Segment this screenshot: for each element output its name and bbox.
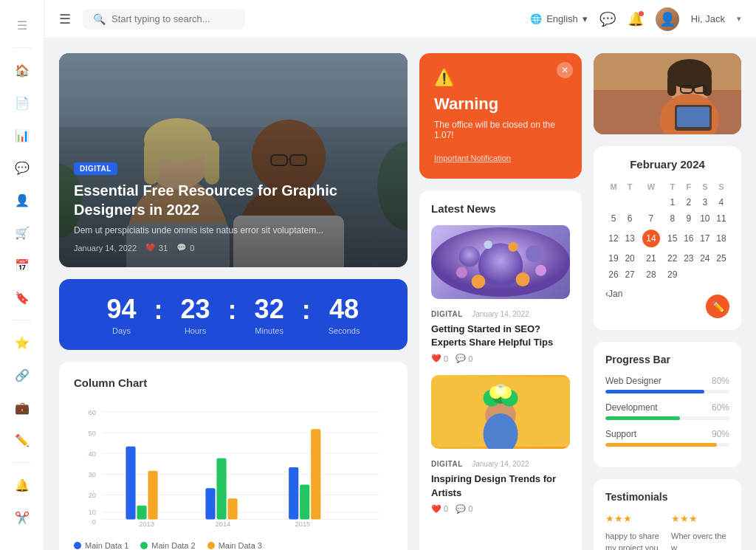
- calendar-day[interactable]: 21: [638, 250, 664, 267]
- countdown-minutes-value: 32: [255, 294, 284, 325]
- calendar-day[interactable]: 7: [638, 210, 664, 227]
- calendar-day[interactable]: 17: [697, 227, 713, 250]
- language-selector[interactable]: 🌐 English ▾: [530, 13, 588, 24]
- warning-link[interactable]: Important Notification: [434, 154, 511, 162]
- right-column: February 2024 M T W T F S S: [594, 53, 741, 550]
- news-2-visual: [431, 375, 570, 449]
- calendar-edit-button[interactable]: ✏️: [706, 295, 729, 318]
- calendar-day[interactable]: [622, 194, 638, 210]
- progress-bar-bg-1: [605, 390, 729, 393]
- comment-icon: 💬: [176, 243, 187, 252]
- calendar-day[interactable]: 2: [681, 194, 697, 210]
- calendar-day[interactable]: 26: [605, 267, 622, 283]
- hero-date: January 14, 2022: [74, 244, 137, 252]
- calendar-day[interactable]: 16: [681, 227, 697, 250]
- avatar[interactable]: 👤: [656, 7, 679, 31]
- calendar-day[interactable]: 28: [638, 267, 664, 283]
- calendar-day[interactable]: 27: [622, 267, 638, 283]
- legend-item-3: Main Data 3: [207, 541, 262, 550]
- sidebar-menu-toggle[interactable]: ☰: [9, 12, 35, 38]
- svg-rect-32: [148, 471, 157, 520]
- hero-title: Essential Free Resources for Graphic Des…: [74, 181, 393, 219]
- left-column: DIGITAL Essential Free Resources for Gra…: [59, 53, 408, 550]
- chart-svg: 60 50 40 30 20 10 0: [74, 401, 393, 534]
- sidebar-item-user[interactable]: 👤: [9, 187, 35, 213]
- calendar-day[interactable]: [681, 267, 697, 283]
- sidebar-item-portfolio[interactable]: 💼: [9, 394, 35, 421]
- news-item-2: DIGITAL January 14, 2022 Inspiring Desig…: [431, 375, 570, 513]
- sidebar-item-chat[interactable]: 💬: [9, 154, 35, 181]
- calendar-day[interactable]: 9: [681, 210, 697, 227]
- calendar-day[interactable]: 29: [664, 267, 681, 283]
- news-1-comments: 💬 0: [456, 354, 472, 363]
- warning-card: ✕ ⚠️ Warning The office will be closed o…: [419, 53, 582, 179]
- calendar-day[interactable]: 13: [622, 227, 638, 250]
- cal-day-w: W: [638, 179, 664, 194]
- calendar-day[interactable]: [713, 267, 729, 283]
- news-2-date: January 14, 2022: [472, 460, 529, 468]
- calendar-day[interactable]: 24: [697, 250, 713, 267]
- calendar-day[interactable]: 4: [713, 194, 729, 210]
- search-input[interactable]: [111, 13, 230, 24]
- svg-point-63: [495, 385, 506, 396]
- calendar-day[interactable]: 6: [622, 210, 638, 227]
- svg-point-51: [535, 265, 546, 276]
- sidebar-item-bookmark[interactable]: 🔖: [9, 284, 35, 311]
- calendar-day[interactable]: 23: [681, 250, 697, 267]
- calendar-day[interactable]: 10: [697, 210, 713, 227]
- sidebar-item-calendar[interactable]: 📅: [9, 252, 35, 278]
- countdown-minutes: 32 Minutes: [237, 294, 302, 335]
- sidebar-item-favorites[interactable]: ⭐: [9, 329, 35, 356]
- news-1-likes: ❤️ 0: [431, 354, 448, 363]
- calendar-day[interactable]: [638, 194, 664, 210]
- notifications-button[interactable]: 🔔: [628, 11, 644, 27]
- svg-point-47: [526, 245, 543, 262]
- testimonial-1-stars: ★★★: [605, 512, 664, 526]
- news-section-title: Latest News: [431, 202, 570, 215]
- warning-close-button[interactable]: ✕: [557, 62, 573, 78]
- calendar-day[interactable]: 8: [664, 210, 681, 227]
- calendar-day[interactable]: [605, 194, 622, 210]
- testimonials-card: Testimonials ★★★ happy to share my proje…: [594, 479, 741, 550]
- calendar-day[interactable]: 12: [605, 227, 622, 250]
- news-2-title[interactable]: Inspiring Design Trends for Artists: [431, 472, 570, 499]
- svg-rect-30: [126, 447, 135, 520]
- progress-bar-bg-3: [605, 443, 729, 447]
- chat-button[interactable]: 💬: [599, 11, 616, 27]
- calendar-day[interactable]: 1: [664, 194, 681, 210]
- calendar-day[interactable]: 20: [622, 250, 638, 267]
- news-1-title[interactable]: Getting Started in SEO? Experts Share He…: [431, 323, 570, 349]
- sidebar-item-edit[interactable]: ✏️: [9, 427, 35, 453]
- sidebar-item-links[interactable]: 🔗: [9, 362, 35, 388]
- news-2-likes: ❤️ 0: [431, 504, 448, 514]
- news-1-date: January 14, 2022: [472, 310, 529, 318]
- progress-item-2: Development 60%: [605, 402, 729, 420]
- svg-point-50: [456, 267, 467, 278]
- sidebar-item-documents[interactable]: 📄: [9, 89, 35, 116]
- sidebar-item-shop[interactable]: 🛒: [9, 219, 35, 246]
- calendar-day[interactable]: 22: [664, 250, 681, 267]
- header-menu-icon[interactable]: ☰: [59, 11, 71, 27]
- hero-content: DIGITAL Essential Free Resources for Gra…: [59, 146, 408, 267]
- heart-icon: ❤️: [145, 243, 156, 252]
- countdown-seconds-label: Seconds: [329, 326, 360, 335]
- sidebar-item-home[interactable]: 🏠: [9, 57, 35, 83]
- sidebar-item-tools[interactable]: ✂️: [9, 504, 35, 531]
- calendar-day[interactable]: 18: [713, 227, 729, 250]
- calendar-day[interactable]: 19: [605, 250, 622, 267]
- calendar-day[interactable]: 11: [713, 210, 729, 227]
- calendar-day[interactable]: [697, 267, 713, 283]
- user-chevron-icon[interactable]: ▾: [737, 14, 741, 24]
- calendar-day[interactable]: 15: [664, 227, 681, 250]
- user-label[interactable]: Hi, Jack: [691, 13, 725, 24]
- legend-dot-2: [140, 542, 148, 549]
- svg-text:0: 0: [92, 518, 96, 526]
- calendar-day[interactable]: 14: [638, 227, 664, 250]
- calendar-day[interactable]: 3: [697, 194, 713, 210]
- sidebar-item-notifications[interactable]: 🔔: [9, 472, 35, 498]
- calendar-day[interactable]: 25: [713, 250, 729, 267]
- sidebar-item-charts[interactable]: 📊: [9, 122, 35, 148]
- testimonial-1: ★★★ happy to share my project you. Wish …: [605, 512, 664, 550]
- top-photo-svg: [594, 53, 741, 134]
- calendar-day[interactable]: 5: [605, 210, 622, 227]
